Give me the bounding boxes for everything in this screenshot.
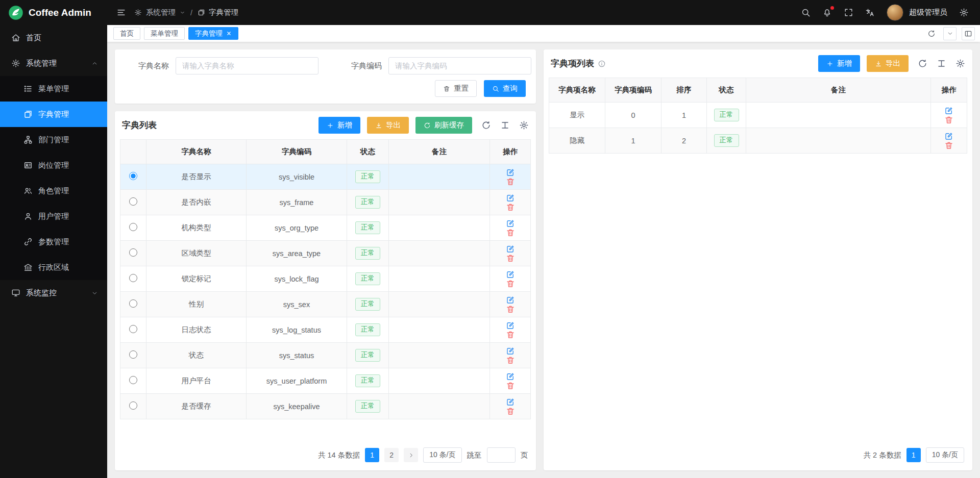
notifications-button[interactable]	[822, 8, 832, 17]
sidebar-subitem[interactable]: 角色管理	[0, 178, 107, 204]
sidebar-subitem[interactable]: 行政区域	[0, 255, 107, 280]
remark-cell	[746, 128, 931, 154]
edit-icon[interactable]	[506, 346, 515, 356]
table-row[interactable]: 是否显示 sys_visible 正常	[120, 164, 531, 190]
edit-icon[interactable]	[944, 132, 953, 141]
table-row[interactable]: 日志状态 sys_log_status 正常	[120, 317, 531, 343]
edit-icon[interactable]	[506, 270, 515, 279]
delete-icon[interactable]	[506, 356, 515, 365]
row-radio[interactable]	[129, 325, 137, 333]
page-button[interactable]: 2	[384, 448, 399, 462]
delete-icon[interactable]	[506, 279, 515, 288]
row-radio[interactable]	[129, 197, 137, 206]
sidebar-item-system-monitor[interactable]: 系统监控	[0, 280, 107, 306]
refresh-cache-button[interactable]: 刷新缓存	[415, 117, 472, 134]
tab[interactable]: 首页	[113, 27, 140, 40]
tab[interactable]: 菜单管理	[144, 27, 185, 40]
row-radio[interactable]	[129, 223, 137, 231]
delete-icon[interactable]	[506, 177, 515, 186]
table-row[interactable]: 锁定标记 sys_lock_flag 正常	[120, 266, 531, 292]
table-row[interactable]: 状态 sys_status 正常	[120, 343, 531, 368]
sidebar-item-system-management[interactable]: 系统管理	[0, 51, 107, 76]
sidebar-subitem[interactable]: 部门管理	[0, 127, 107, 153]
gear-icon[interactable]	[959, 8, 969, 17]
table-row[interactable]: 机构类型 sys_org_type 正常	[120, 215, 531, 241]
close-icon[interactable]	[226, 31, 232, 36]
edit-icon[interactable]	[506, 295, 515, 305]
row-radio[interactable]	[129, 350, 137, 359]
sidebar-subitem[interactable]: 参数管理	[0, 229, 107, 255]
sidebar-subitem[interactable]: 菜单管理	[0, 76, 107, 102]
table-row[interactable]: 显示 0 1 正常	[549, 103, 967, 128]
breadcrumb-parent[interactable]: 系统管理	[146, 8, 176, 17]
export-button[interactable]: 导出	[367, 117, 409, 134]
delete-icon[interactable]	[944, 115, 953, 124]
column-settings-icon[interactable]	[937, 59, 946, 68]
page-button[interactable]: 1	[906, 448, 921, 462]
delete-icon[interactable]	[506, 330, 515, 339]
info-icon[interactable]	[598, 60, 606, 68]
delete-icon[interactable]	[506, 381, 515, 390]
edit-icon[interactable]	[944, 106, 953, 115]
delete-icon[interactable]	[506, 228, 515, 237]
dict-code-input[interactable]	[388, 57, 531, 74]
sidebar-subitem[interactable]: 字典管理	[0, 102, 107, 127]
delete-icon[interactable]	[506, 407, 515, 416]
delete-icon[interactable]	[506, 305, 515, 314]
delete-icon[interactable]	[506, 203, 515, 212]
user-name[interactable]: 超级管理员	[909, 8, 947, 17]
table-row[interactable]: 隐藏 1 2 正常	[549, 128, 967, 154]
edit-icon[interactable]	[506, 193, 515, 203]
avatar[interactable]	[887, 4, 903, 21]
query-button[interactable]: 查询	[484, 80, 526, 97]
column-settings-icon[interactable]	[500, 120, 510, 130]
sidebar-subitem[interactable]: 用户管理	[0, 204, 107, 229]
edit-icon[interactable]	[506, 321, 515, 330]
reset-button[interactable]: 重置	[435, 80, 477, 97]
refresh-tab-button[interactable]	[925, 27, 938, 40]
delete-icon[interactable]	[506, 254, 515, 263]
table-row[interactable]: 区域类型 sys_area_type 正常	[120, 241, 531, 266]
page-button[interactable]: 1	[365, 448, 379, 462]
refresh-icon[interactable]	[481, 120, 491, 130]
table-row[interactable]: 用户平台 sys_user_platform 正常	[120, 368, 531, 394]
row-radio[interactable]	[129, 274, 137, 282]
chevron-down-icon[interactable]	[180, 10, 185, 15]
add-button[interactable]: 新增	[318, 117, 360, 134]
row-radio[interactable]	[129, 248, 137, 257]
sidebar-item-home[interactable]: 首页	[0, 25, 107, 51]
edit-icon[interactable]	[506, 397, 515, 407]
edit-icon[interactable]	[506, 219, 515, 228]
tab[interactable]: 字典管理	[188, 27, 238, 40]
collapse-menu-icon[interactable]	[116, 8, 126, 17]
gear-icon[interactable]	[955, 59, 965, 68]
fullscreen-icon[interactable]	[844, 8, 853, 17]
next-page-button[interactable]	[404, 448, 418, 462]
add-button[interactable]: 新增	[818, 55, 860, 72]
sidebar-subitem[interactable]: 岗位管理	[0, 153, 107, 178]
page-size-select[interactable]: 10 条/页	[423, 447, 461, 463]
translate-icon[interactable]	[865, 8, 875, 17]
edit-icon[interactable]	[506, 244, 515, 254]
delete-icon[interactable]	[944, 141, 953, 150]
edit-icon[interactable]	[506, 168, 515, 177]
tab-options-button[interactable]	[943, 27, 957, 40]
refresh-icon[interactable]	[918, 59, 927, 68]
row-radio[interactable]	[129, 376, 137, 384]
row-radio[interactable]	[129, 299, 137, 308]
row-radio[interactable]	[129, 401, 137, 410]
row-radio[interactable]	[129, 172, 137, 180]
status-badge: 正常	[355, 323, 380, 336]
layout-button[interactable]	[962, 27, 975, 40]
edit-icon[interactable]	[506, 372, 515, 381]
dict-name-cell: 机构类型	[146, 215, 247, 241]
jump-page-input[interactable]	[487, 447, 516, 463]
table-row[interactable]: 是否缓存 sys_keepalive 正常	[120, 394, 531, 419]
gear-icon[interactable]	[519, 120, 529, 130]
export-button[interactable]: 导出	[867, 55, 909, 72]
table-row[interactable]: 是否内嵌 sys_frame 正常	[120, 190, 531, 215]
search-icon[interactable]	[801, 8, 811, 17]
dict-name-input[interactable]	[176, 57, 318, 74]
table-row[interactable]: 性别 sys_sex 正常	[120, 292, 531, 317]
page-size-select[interactable]: 10 条/页	[926, 447, 964, 463]
